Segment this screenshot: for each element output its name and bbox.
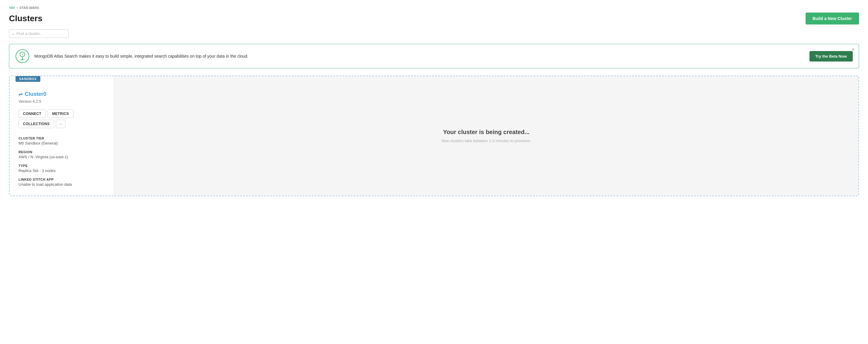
cluster-tier-item: CLUSTER TIER M0 Sandbox (General) (19, 136, 105, 146)
collections-button[interactable]: COLLECTIONS (19, 120, 54, 128)
cluster-tier-value: M0 Sandbox (General) (19, 141, 105, 146)
try-beta-button[interactable]: Try the Beta Now (809, 51, 853, 62)
cluster-type-value: Replica Set - 3 nodes (19, 168, 105, 173)
breadcrumb-separator: > (17, 6, 18, 9)
breadcrumb-project: STAR-WARS (20, 6, 39, 9)
cluster-type-label: TYPE (19, 164, 105, 167)
svg-text:T: T (22, 53, 23, 56)
page-title: Clusters (9, 14, 42, 23)
search-input[interactable] (17, 31, 65, 36)
cluster-region-label: REGION (19, 150, 105, 154)
search-wrapper: ⌕ (9, 29, 69, 38)
search-container: ⌕ (9, 29, 859, 38)
metrics-button[interactable]: METRICS (48, 110, 73, 118)
cluster-card: SANDBOX ⇌ Cluster0 Version 4.2.5 CONNECT… (9, 75, 859, 196)
cluster-linked-item: LINKED STITCH APP Unable to load applica… (19, 178, 105, 187)
cluster-linked-label: LINKED STITCH APP (19, 178, 105, 181)
cluster-name-link[interactable]: ⇌ Cluster0 (19, 91, 105, 97)
cluster-connect-icon: ⇌ (19, 91, 22, 97)
banner-close-icon[interactable]: × (852, 47, 855, 52)
creating-title: Your cluster is being created... (443, 129, 530, 135)
banner-text: MongoDB Atlas Search makes it easy to bu… (34, 53, 804, 59)
svg-point-0 (16, 50, 29, 63)
atlas-search-banner: T MongoDB Atlas Search makes it easy to … (9, 44, 859, 68)
atlas-search-icon: T (15, 49, 30, 63)
cluster-name-text: Cluster0 (25, 91, 46, 97)
cluster-version: Version 4.2.5 (19, 99, 105, 104)
breadcrumb: YAY > STAR-WARS (9, 6, 859, 9)
breadcrumb-org[interactable]: YAY (9, 6, 15, 9)
cluster-main-panel: Your cluster is being created... New clu… (114, 76, 859, 196)
cluster-region-item: REGION AWS / N. Virginia (us-east-1) (19, 150, 105, 159)
cluster-card-inner: ⇌ Cluster0 Version 4.2.5 CONNECT METRICS… (9, 76, 859, 196)
cluster-region-value: AWS / N. Virginia (us-east-1) (19, 155, 105, 159)
connect-button[interactable]: CONNECT (19, 110, 46, 118)
page-header: Clusters Build a New Cluster (9, 12, 859, 25)
cluster-info-panel: ⇌ Cluster0 Version 4.2.5 CONNECT METRICS… (9, 76, 114, 196)
build-cluster-button[interactable]: Build a New Cluster (806, 12, 859, 25)
search-icon: ⌕ (12, 31, 14, 36)
sandbox-badge: SANDBOX (16, 76, 40, 82)
cluster-type-item: TYPE Replica Set - 3 nodes (19, 164, 105, 173)
cluster-linked-value: Unable to load application data (19, 182, 105, 187)
cluster-tier-label: CLUSTER TIER (19, 136, 105, 140)
cluster-actions: CONNECT METRICS COLLECTIONS ··· (19, 110, 105, 128)
creating-subtitle: New clusters take between 1-3 minutes to… (441, 138, 531, 143)
more-options-button[interactable]: ··· (56, 120, 65, 128)
cluster-meta: CLUSTER TIER M0 Sandbox (General) REGION… (19, 136, 105, 187)
